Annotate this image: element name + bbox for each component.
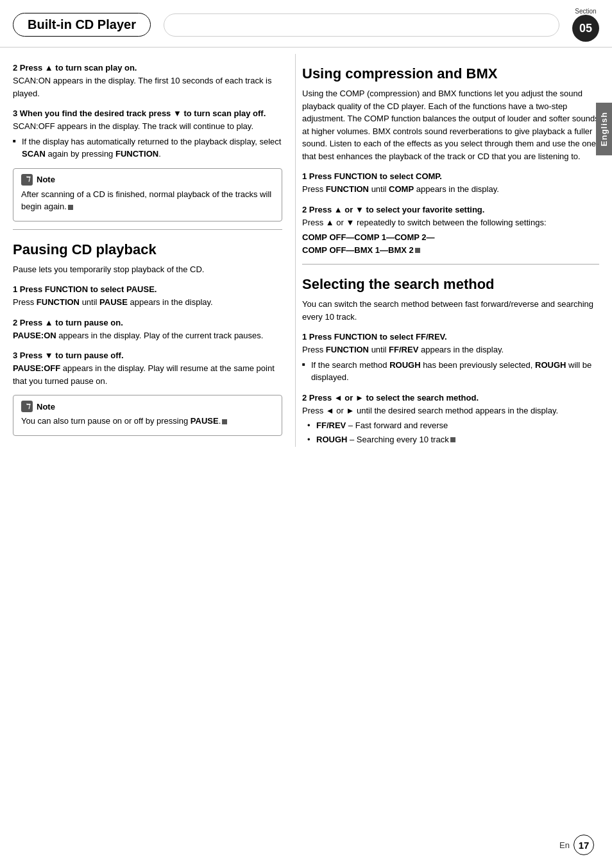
pause-step2-heading: 2 Press ▲ to turn pause on. [13, 318, 282, 327]
page-title: Built-in CD Player [13, 13, 151, 37]
language-tab: English [596, 103, 612, 155]
left-column: 2 Press ▲ to turn scan play on. SCAN:ON … [13, 54, 282, 447]
comp-settings: COMP OFF—COMP 1—COMP 2—COMP OFF—BMX 1—BM… [302, 231, 599, 256]
footer-en-label: En [559, 840, 570, 850]
end-mark-3 [415, 248, 420, 253]
main-content: 2 Press ▲ to turn scan play on. SCAN:ON … [0, 48, 612, 460]
list-item-ffrev: FF/REV – Fast forward and reverse [307, 419, 599, 432]
step2-heading: 2 Press ▲ to turn scan play on. [13, 63, 282, 73]
note-icon-1: ℸ [21, 174, 33, 186]
pause-step1-heading: 1 Press FUNCTION to select PAUSE. [13, 284, 282, 294]
page-number: 17 [574, 835, 594, 855]
page-header: Built-in CD Player Section 05 [0, 0, 612, 48]
comp-step2-body: Press ▲ or ▼ repeatedly to switch betwee… [302, 216, 599, 229]
divider-2 [302, 264, 599, 265]
pausing-title: Pausing CD playback [13, 241, 282, 258]
step3-heading: 3 When you find the desired track press … [13, 108, 282, 118]
search-step2-heading: 2 Press ◄ or ► to select the search meth… [302, 393, 599, 403]
search-step2-body: Press ◄ or ► until the desired search me… [302, 404, 599, 417]
search-step1-bullet: If the search method ROUGH has been prev… [302, 359, 599, 384]
section-badge: Section 05 [572, 8, 599, 42]
comp-step1-heading: 1 Press FUNCTION to select COMP. [302, 171, 599, 181]
search-title: Selecting the search method [302, 276, 599, 293]
compression-title: Using compression and BMX [302, 65, 599, 82]
search-step1-heading: 1 Press FUNCTION to select FF/REV. [302, 332, 599, 342]
step3-body1: SCAN:OFF appears in the display. The tra… [13, 120, 282, 133]
section-number: 05 [572, 15, 599, 42]
pause-step3-body: PAUSE:OFF appears in the display. Play w… [13, 362, 282, 387]
comp-step2-heading: 2 Press ▲ or ▼ to select your favorite s… [302, 205, 599, 214]
search-step1-body: Press FUNCTION until FF/REV appears in t… [302, 343, 599, 356]
list-item-rough: ROUGH – Searching every 10 track [307, 433, 599, 446]
end-mark-4 [450, 437, 455, 442]
end-mark-2 [222, 419, 227, 424]
note-icon-2: ℸ [21, 401, 33, 412]
pausing-intro: Pause lets you temporarily stop playback… [13, 263, 282, 276]
end-mark-1 [68, 205, 73, 210]
step2-body: SCAN:ON appears in the display. The firs… [13, 74, 282, 100]
pause-step3-heading: 3 Press ▼ to turn pause off. [13, 351, 282, 360]
search-intro: You can switch the search method between… [302, 298, 599, 323]
note-box-1: ℸ Note After scanning of a CD is finishe… [13, 168, 282, 221]
divider-1 [13, 229, 282, 230]
page-footer: En 17 [559, 835, 594, 855]
note-box-2: ℸ Note You can also turn pause on or off… [13, 395, 282, 436]
header-center-box [164, 13, 559, 37]
right-column: Using compression and BMX Using the COMP… [295, 54, 599, 447]
comp-step1-body: Press FUNCTION until COMP appears in the… [302, 183, 599, 196]
pause-step2-body: PAUSE:ON appears in the display. Play of… [13, 329, 282, 342]
note2-body: You can also turn pause on or off by pre… [21, 415, 274, 428]
note1-body: After scanning of a CD is finished, norm… [21, 188, 274, 213]
compression-intro: Using the COMP (compression) and BMX fun… [302, 87, 599, 162]
note-header-2: ℸ Note [21, 401, 274, 412]
pause-step1-body: Press FUNCTION until PAUSE appears in th… [13, 296, 282, 309]
search-methods-list: FF/REV – Fast forward and reverse ROUGH … [302, 419, 599, 446]
note-header-1: ℸ Note [21, 174, 274, 186]
step3-bullet: If the display has automatically returne… [13, 135, 282, 161]
section-label: Section [575, 8, 596, 15]
